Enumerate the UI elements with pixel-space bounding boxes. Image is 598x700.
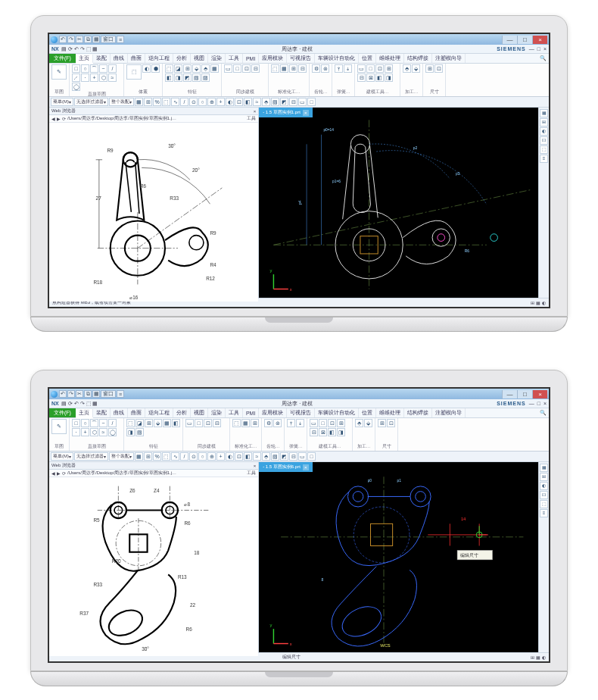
- tab-weld[interactable]: 结构焊接: [404, 54, 432, 63]
- qat-more[interactable]: ≡: [117, 390, 124, 398]
- side-6-icon[interactable]: ≡: [540, 509, 548, 517]
- tab-appmodule[interactable]: 应用模块: [259, 54, 287, 63]
- mt7-icon[interactable]: ◧: [375, 73, 384, 82]
- st2-icon[interactable]: ▦: [280, 64, 288, 73]
- mc1-icon[interactable]: ⬘: [403, 64, 411, 73]
- hex-icon[interactable]: ⬡: [99, 73, 107, 82]
- tab-assembly[interactable]: 装配: [93, 54, 111, 63]
- tab-reverse[interactable]: 逆向工程: [145, 408, 173, 417]
- tb-6[interactable]: /: [180, 452, 188, 461]
- tab-render[interactable]: 渲染: [208, 54, 226, 63]
- tb-9[interactable]: ⊕: [207, 452, 216, 461]
- spline-icon[interactable]: ~: [99, 419, 107, 427]
- file-menu[interactable]: 文件(F): [49, 54, 76, 63]
- tab-weld[interactable]: 结构焊接: [404, 408, 432, 417]
- st1-icon[interactable]: ⬚: [232, 419, 241, 427]
- side-4-icon[interactable]: ⊡: [540, 491, 548, 499]
- qat-window[interactable]: 窗口: [101, 36, 116, 43]
- s3-icon[interactable]: ⊡: [204, 419, 212, 427]
- viewport-tab[interactable]: - 1.5 草图实例6.prt ×: [259, 462, 313, 472]
- arc-icon[interactable]: ⌒: [90, 419, 98, 427]
- mc2-icon[interactable]: ⬙: [364, 419, 372, 427]
- tab-visreport[interactable]: 可视报告: [287, 408, 315, 417]
- s5-icon[interactable]: ⊡: [242, 64, 251, 73]
- drawing-preview-1[interactable]: R9 R6 R33 R9 R4 R12 R18 30° 20° 27 ⌀16: [49, 123, 258, 302]
- cad-viewport-2[interactable]: - 1.5 草图实例6.prt ×: [259, 462, 538, 652]
- close-button[interactable]: ×: [532, 36, 547, 44]
- tab-analysis[interactable]: 分析: [173, 54, 191, 63]
- maximize-button[interactable]: □: [517, 36, 532, 44]
- tab-home[interactable]: 主页: [76, 409, 93, 418]
- qat-window[interactable]: 窗口: [101, 390, 116, 398]
- pt-icon[interactable]: ·: [72, 428, 80, 436]
- fwd-icon[interactable]: ▶: [57, 116, 61, 121]
- tb-14[interactable]: ≈: [253, 452, 261, 461]
- tab-pmi[interactable]: PMI: [243, 408, 259, 417]
- qat-more[interactable]: ≡: [117, 36, 124, 43]
- search-icon[interactable]: 🔍: [537, 55, 549, 61]
- qat-undo[interactable]: ↶: [59, 36, 67, 43]
- side-4-icon[interactable]: ⊡: [540, 136, 548, 145]
- tab-appmodule[interactable]: 应用模块: [259, 408, 287, 417]
- hex-icon[interactable]: ⬡: [90, 428, 98, 436]
- spring-icon[interactable]: ⫯: [335, 64, 343, 73]
- qat-grid[interactable]: ▦: [92, 36, 100, 43]
- line-icon[interactable]: /: [108, 419, 117, 427]
- mt4-icon[interactable]: ⊞: [337, 419, 345, 427]
- f7-icon[interactable]: ◧: [165, 73, 173, 82]
- menu-dropdown[interactable]: 菜单(M) ▾: [51, 452, 73, 461]
- f9-icon[interactable]: ◩: [183, 73, 192, 82]
- f3-icon[interactable]: ⊞: [145, 419, 153, 427]
- f8-icon[interactable]: ◨: [174, 73, 182, 82]
- rect-icon[interactable]: □: [72, 419, 80, 427]
- tb-2[interactable]: ⊞: [144, 452, 152, 461]
- tab-position[interactable]: 位置: [359, 54, 376, 63]
- tab-surface[interactable]: 曲面: [128, 408, 145, 417]
- st2-icon[interactable]: ▦: [241, 419, 250, 427]
- filter-dropdown[interactable]: 无选择过滤器 ▾: [74, 452, 108, 461]
- f11-icon[interactable]: ▨: [201, 73, 210, 82]
- f8-icon[interactable]: ▧: [135, 428, 144, 436]
- gear2-icon[interactable]: ⊚: [273, 419, 282, 427]
- st1-icon[interactable]: ⬚: [271, 64, 279, 73]
- qat-grid[interactable]: ▦: [92, 390, 100, 398]
- f3-icon[interactable]: ⊞: [183, 64, 192, 73]
- gear2-icon[interactable]: ⊚: [321, 64, 329, 73]
- tb-19[interactable]: ▭: [298, 98, 307, 106]
- qat-undo[interactable]: ↶: [59, 390, 67, 398]
- st4-icon[interactable]: ⊟: [298, 64, 307, 73]
- plus-icon[interactable]: +: [81, 428, 89, 436]
- tb-16[interactable]: ▧: [271, 452, 279, 461]
- tb-9[interactable]: ⊕: [207, 98, 216, 106]
- side-1-icon[interactable]: ▦: [540, 464, 548, 472]
- tb-14[interactable]: ≈: [253, 98, 261, 106]
- side-3-icon[interactable]: ◐: [540, 127, 548, 136]
- tab-position[interactable]: 位置: [359, 408, 376, 417]
- mt4-icon[interactable]: ⊞: [385, 64, 393, 73]
- start-orb-icon[interactable]: [51, 36, 58, 43]
- tb-4[interactable]: ⬚: [162, 98, 170, 106]
- tb-3[interactable]: %: [153, 98, 161, 106]
- mt8-icon[interactable]: ◨: [337, 428, 345, 436]
- back-icon[interactable]: ◀: [51, 470, 55, 476]
- drawing-preview-2[interactable]: Z6 Z4 ⌀8 R5 R6 R20 R33 18 R13 R37 22 R6: [49, 477, 258, 656]
- f1-icon[interactable]: ⬚: [165, 64, 173, 73]
- tb-6[interactable]: /: [180, 98, 188, 106]
- ell-icon[interactable]: ◯: [108, 428, 117, 436]
- viewport-tab-close-icon[interactable]: ×: [303, 464, 309, 470]
- tb-20[interactable]: □: [307, 452, 316, 461]
- s6-icon[interactable]: ⊟: [251, 64, 260, 73]
- wave-icon[interactable]: ≈: [108, 73, 117, 82]
- status-ic3[interactable]: ◐: [542, 655, 546, 660]
- mt3-icon[interactable]: ⊡: [375, 64, 384, 73]
- tb-16[interactable]: ▧: [271, 98, 279, 106]
- tb-5[interactable]: ∿: [171, 452, 179, 461]
- tb-5[interactable]: ∿: [171, 98, 179, 106]
- tab-surface[interactable]: 曲面: [128, 54, 145, 63]
- menu-dropdown[interactable]: 菜单(M) ▾: [51, 98, 73, 106]
- tab-render[interactable]: 渲染: [208, 408, 226, 417]
- st3-icon[interactable]: ⊞: [251, 419, 259, 427]
- breadcrumb-tools[interactable]: 工具: [247, 470, 256, 477]
- rect-icon[interactable]: □: [72, 64, 80, 73]
- tb-15[interactable]: ⬘: [262, 98, 270, 106]
